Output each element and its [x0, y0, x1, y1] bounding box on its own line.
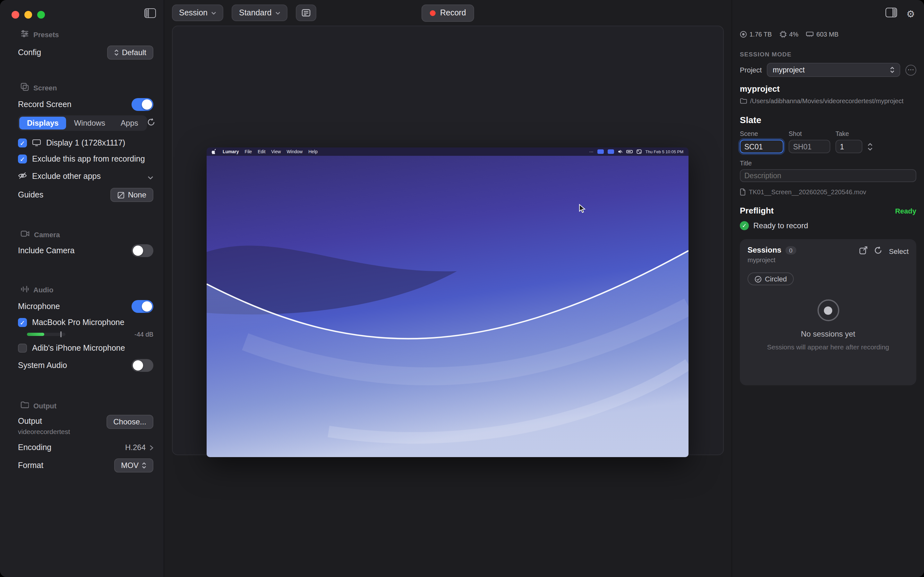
- slate-title: Slate: [740, 115, 916, 125]
- preflight-row: Preflight Ready: [740, 206, 916, 215]
- tab-apps[interactable]: Apps: [113, 117, 146, 129]
- toggle-knob: [142, 301, 152, 311]
- guides-label: Guides: [18, 190, 43, 199]
- zoom-button[interactable]: [37, 11, 45, 19]
- chevron-down-icon: [212, 11, 216, 15]
- exclude-app-checkbox[interactable]: ✓: [18, 155, 27, 163]
- sessions-subtitle: myproject: [748, 256, 796, 263]
- take-stepper[interactable]: [867, 143, 873, 153]
- ellipsis-icon: ⋯: [589, 149, 593, 154]
- iphone-mic-label: Adib's iPhone Microphone: [32, 343, 125, 353]
- display-option-row[interactable]: ✓ Display 1 (1728x1117): [18, 137, 153, 149]
- project-dropdown-value: myproject: [773, 66, 805, 74]
- shot-input[interactable]: [788, 140, 830, 153]
- macbook-mic-row[interactable]: ✓ MacBook Pro Microphone: [18, 318, 153, 327]
- audio-section-header: Audio: [18, 285, 153, 294]
- select-button[interactable]: Select: [889, 247, 909, 255]
- sessions-count-badge: 0: [785, 246, 796, 254]
- project-path: /Users/adibhanna/Movies/videorecordertes…: [750, 97, 903, 105]
- project-more-button[interactable]: ⋯: [905, 64, 916, 75]
- tab-displays[interactable]: Displays: [19, 117, 66, 129]
- disk-icon: [740, 31, 747, 38]
- exclude-app-label: Exclude this app from recording: [32, 155, 145, 163]
- sessions-title: Sessions: [748, 245, 781, 255]
- session-mode-label: SESSION MODE: [740, 51, 916, 58]
- mic-level-value: -44 dB: [134, 331, 153, 338]
- microphone-label: Microphone: [18, 302, 60, 311]
- include-camera-row: Include Camera: [18, 244, 153, 257]
- record-screen-toggle[interactable]: [132, 98, 153, 111]
- preflight-message: Ready to record: [753, 221, 808, 230]
- title-input[interactable]: [740, 169, 916, 182]
- cpu-icon: [780, 31, 787, 38]
- panel-toggle-icon[interactable]: [885, 8, 897, 20]
- macbook-mic-checkbox[interactable]: ✓: [18, 318, 27, 327]
- chevron-down-icon[interactable]: [148, 171, 153, 182]
- record-circle-icon: [817, 300, 839, 321]
- screen-preview: Lumary File Edit View Window Help ⋯ Thu …: [207, 147, 688, 457]
- minimize-button[interactable]: [24, 11, 32, 19]
- preflight-message-row: ✓ Ready to record: [740, 221, 916, 230]
- refresh-icon[interactable]: [147, 117, 156, 129]
- encoding-label: Encoding: [18, 443, 51, 452]
- empty-subtitle: Sessions will appear here after recordin…: [767, 343, 889, 351]
- stepper-up-icon[interactable]: [867, 143, 873, 146]
- app-window: Presets Config Default Screen Record Scr…: [0, 0, 924, 577]
- record-screen-row: Record Screen: [18, 98, 153, 111]
- output-row: Output videorecordertest Choose...: [18, 415, 153, 435]
- circled-filter-pill[interactable]: Circled: [748, 272, 794, 285]
- stepper-down-icon[interactable]: [867, 147, 873, 151]
- project-dropdown[interactable]: myproject: [767, 63, 901, 77]
- gear-icon[interactable]: ⚙: [906, 8, 915, 19]
- close-button[interactable]: [11, 11, 19, 19]
- output-folder-label: videorecordertest: [18, 428, 70, 435]
- microphone-toggle[interactable]: [132, 300, 153, 313]
- format-dropdown[interactable]: MOV: [114, 458, 153, 472]
- record-button[interactable]: Record: [422, 4, 475, 21]
- iphone-mic-checkbox[interactable]: [18, 343, 27, 353]
- exclude-other-apps-label: Exclude other apps: [32, 172, 101, 181]
- presets-section-header: Presets: [18, 29, 153, 39]
- audio-header-label: Audio: [33, 286, 53, 293]
- config-value-label: Default: [122, 48, 146, 57]
- config-label: Config: [18, 48, 41, 57]
- include-camera-toggle[interactable]: [132, 244, 153, 257]
- mic-level-tick: [60, 332, 61, 337]
- menubar-app-name: Lumary: [223, 149, 239, 154]
- scene-input[interactable]: [740, 140, 783, 153]
- system-audio-toggle[interactable]: [132, 359, 153, 372]
- tab-windows[interactable]: Windows: [66, 117, 113, 129]
- disk-stat: 1.76 TB: [740, 31, 772, 38]
- config-row: Config Default: [18, 45, 153, 60]
- take-input[interactable]: [835, 140, 863, 153]
- title-label: Title: [740, 160, 916, 167]
- display-checkbox[interactable]: ✓: [18, 139, 27, 147]
- session-menu-button[interactable]: Session: [172, 5, 224, 21]
- guides-value-label: None: [128, 190, 146, 199]
- exclude-app-row[interactable]: ✓ Exclude this app from recording: [18, 155, 153, 163]
- circled-filter-label: Circled: [765, 275, 787, 283]
- menubar-item-view: View: [271, 149, 281, 154]
- mirroring-icon: [607, 149, 614, 154]
- iphone-mic-row[interactable]: Adib's iPhone Microphone: [18, 343, 153, 353]
- choose-output-button[interactable]: Choose...: [106, 415, 153, 429]
- sidebar-toggle-icon[interactable]: [144, 8, 156, 21]
- config-default-button[interactable]: Default: [107, 45, 153, 60]
- folder-icon: [21, 401, 29, 410]
- updown-chevron-icon: [142, 462, 146, 469]
- eye-slash-icon: [18, 171, 27, 182]
- notes-button[interactable]: [296, 5, 317, 21]
- guides-none-button[interactable]: None: [111, 188, 153, 202]
- session-button-label: Session: [179, 8, 208, 17]
- exclude-other-apps-row[interactable]: Exclude other apps: [18, 171, 153, 182]
- format-value-label: MOV: [121, 461, 139, 470]
- project-row: Project myproject ⋯: [740, 63, 916, 77]
- camera-section-header: Camera: [18, 230, 153, 239]
- standard-menu-button[interactable]: Standard: [232, 5, 288, 21]
- updown-chevron-icon: [114, 49, 119, 56]
- screen-icon: [21, 83, 29, 92]
- mute-icon: [618, 149, 622, 154]
- encoding-row[interactable]: Encoding H.264: [18, 442, 153, 453]
- export-icon[interactable]: [859, 245, 868, 257]
- refresh-icon[interactable]: [874, 245, 883, 257]
